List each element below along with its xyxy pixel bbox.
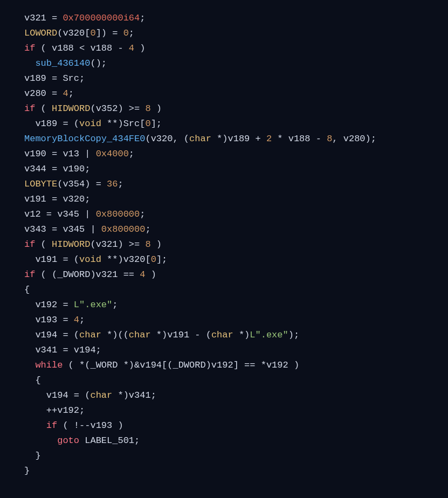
code-token: char (79, 330, 101, 340)
code-token: *)v189 + (211, 134, 266, 144)
code-token: ( v188 < v188 - (35, 43, 128, 53)
code-token: ++v192; (46, 405, 85, 416)
code-token: v321 = (24, 13, 63, 23)
code-token: char (129, 330, 151, 340)
code-token: ( (35, 103, 52, 114)
code-token: { (35, 375, 40, 385)
code-token: ; (140, 209, 145, 219)
code-token: if (24, 103, 35, 114)
code-token: (v320[ (57, 28, 90, 38)
code-token: v191 = ( (35, 254, 79, 265)
code-token: 36 (107, 179, 118, 189)
code-token: ( (35, 239, 52, 250)
code-token: v341 = v194; (35, 345, 101, 355)
code-token: ( !--v193 ) (57, 420, 123, 431)
code-token: *)v191 - ( (151, 330, 211, 340)
code-token: ) (151, 239, 162, 250)
code-token: v194 = ( (35, 330, 79, 340)
code-token: , v280); (332, 134, 376, 144)
code-token: 0 (90, 28, 95, 38)
code-token: char (90, 390, 112, 400)
code-token: LABEL_501; (79, 435, 140, 446)
code-token: **)Src[ (101, 119, 146, 129)
code-token: 8 (145, 103, 150, 114)
code-token: **)v320[ (101, 254, 151, 265)
code-token: ( (_DWORD)v321 == (35, 269, 140, 280)
code-token: 4 (63, 88, 68, 99)
code-token: if (24, 239, 35, 250)
code-token: ) (145, 269, 156, 280)
code-token: ; (145, 224, 150, 234)
code-token: 8 (145, 239, 150, 250)
code-token: if (24, 43, 35, 53)
code-token: ; (118, 179, 123, 189)
code-token: 0 (151, 254, 156, 265)
code-token: ); (288, 330, 299, 340)
code-token: ]; (151, 119, 162, 129)
code-token: v189 = Src; (24, 73, 85, 84)
code-token: ) (151, 103, 162, 114)
code-token: } (35, 451, 40, 461)
code-token: (v321) >= (90, 239, 145, 250)
code-token: * v188 - (272, 134, 327, 144)
code-token: ; (129, 28, 134, 38)
code-token: ; (68, 88, 74, 99)
code-token: { (24, 285, 30, 295)
code-token: ) (134, 43, 145, 53)
code-token: v12 = v345 | (24, 209, 96, 219)
code-token: *)v341; (112, 390, 156, 400)
code-token: 4 (129, 43, 134, 53)
code-token: char (211, 330, 233, 340)
code-token: v343 = v345 | (24, 224, 101, 234)
code-token: MemoryBlockCopy_434FE0 (24, 134, 145, 144)
code-token: 8 (327, 134, 332, 144)
code-token: v344 = v190; (24, 164, 90, 174)
code-token: ; (140, 13, 145, 23)
code-token: v190 = v13 | (24, 149, 96, 159)
decompiled-code-block: v321 = 0x700000000i64; LOWORD(v320[0]) =… (0, 0, 448, 489)
code-token: if (46, 420, 57, 431)
code-token: char (189, 134, 211, 144)
code-token: 0x800000 (101, 224, 146, 234)
code-token: 4 (140, 269, 145, 280)
code-token: ]; (156, 254, 167, 265)
code-token: (v320, ( (145, 134, 189, 144)
code-token: 2 (266, 134, 272, 144)
code-token: sub_436140 (35, 58, 90, 68)
code-token: HIDWORD (52, 103, 90, 114)
code-token: (); (90, 58, 107, 68)
code-token: L".exe" (250, 330, 288, 340)
code-token: LOBYTE (24, 179, 57, 189)
code-token: v280 = (24, 88, 63, 99)
code-token: L".exe" (74, 300, 112, 310)
code-token: 0x4000 (96, 149, 129, 159)
code-token: v194 = ( (46, 390, 91, 400)
code-token: ; (112, 300, 118, 310)
code-token: 4 (74, 315, 79, 325)
code-token: void (79, 254, 101, 265)
code-token: (v352) >= (90, 103, 145, 114)
code-token: 0 (145, 119, 150, 129)
code-token: if (24, 269, 35, 280)
code-token: goto (57, 435, 79, 446)
code-token: v192 = (35, 300, 73, 310)
code-token: ; (79, 315, 85, 325)
code-token: 0x700000000i64 (63, 13, 140, 23)
code-token: v193 = (35, 315, 73, 325)
code-token: ; (129, 149, 134, 159)
code-token: (v354) = (57, 179, 107, 189)
code-token: v191 = v320; (24, 194, 90, 204)
code-token: ]) = (96, 28, 123, 38)
code-token: 0x800000 (96, 209, 140, 219)
code-token: *)(( (101, 330, 129, 340)
code-token: LOWORD (24, 28, 57, 38)
code-token: HIDWORD (52, 239, 90, 250)
code-token: void (79, 119, 101, 129)
code-token: ( *(_WORD *)&v194[(_DWORD)v192] == *v192… (63, 360, 299, 370)
code-token: } (24, 466, 30, 476)
code-token: while (35, 360, 63, 370)
code-token: v189 = ( (35, 119, 79, 129)
code-token: 0 (123, 28, 129, 38)
code-token: *) (233, 330, 250, 340)
